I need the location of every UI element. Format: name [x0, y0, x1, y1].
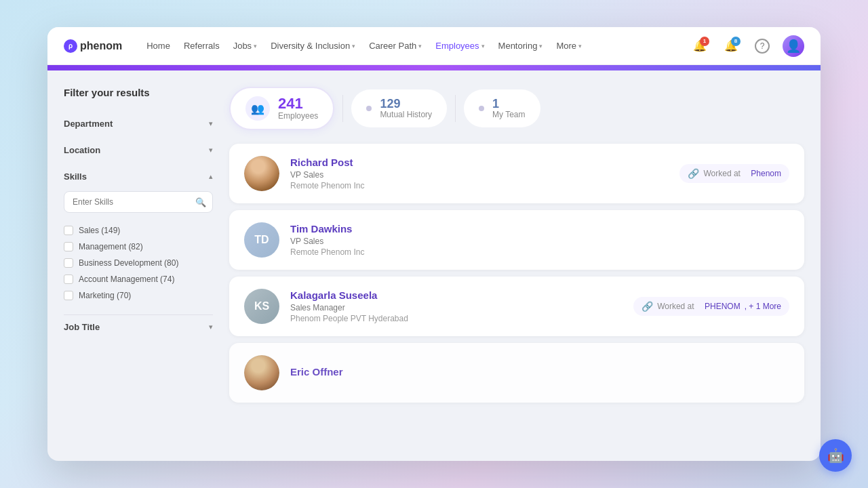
- logo[interactable]: ρ phenom: [64, 39, 122, 53]
- location-chevron: ▾: [209, 146, 213, 155]
- filter-location: Location ▾: [64, 138, 213, 162]
- user-avatar[interactable]: 👤: [783, 35, 804, 57]
- eric-avatar: [244, 355, 279, 390]
- nav-mentoring[interactable]: Mentoring ▾: [498, 41, 543, 51]
- sidebar: Filter your results Department ▾ Locatio…: [64, 87, 213, 445]
- purple-banner: [47, 65, 821, 70]
- more-chevron: ▾: [578, 43, 582, 49]
- link-icon-2: 🔗: [642, 301, 653, 312]
- richard-info: Richard Post VP Sales Remote Phenom Inc: [290, 157, 669, 190]
- skill-account-mgmt[interactable]: Account Management (74): [64, 271, 213, 287]
- nav-home[interactable]: Home: [146, 41, 170, 51]
- mutual-history-dot: [366, 106, 372, 111]
- alert-notification-button[interactable]: 🔔 8: [720, 35, 742, 57]
- filter-skills: Skills ▴ 🔍 Sales (149) Management (82): [64, 165, 213, 304]
- department-label: Department: [64, 119, 113, 129]
- job-title-chevron: ▾: [209, 323, 213, 331]
- skills-header[interactable]: Skills ▴: [64, 165, 213, 188]
- richard-badge: 🔗 Worked at Phenom: [679, 164, 789, 183]
- employee-card-kalagarla[interactable]: KS Kalagarla Suseela Sales Manager Pheno…: [229, 277, 804, 336]
- skill-marketing-label: Marketing (70): [79, 291, 131, 300]
- alert-badge: 8: [731, 37, 741, 46]
- skill-marketing-checkbox[interactable]: [64, 291, 73, 300]
- kalagarla-badge: 🔗 Worked at PHENOM, + 1 More: [633, 297, 789, 316]
- kalagarla-title: Sales Manager: [290, 303, 623, 312]
- kalagarla-initials: KS: [254, 300, 269, 312]
- richard-photo: [244, 156, 279, 191]
- tim-initials: TD: [254, 234, 269, 246]
- bell-badge: 1: [700, 37, 709, 46]
- employees-tab-info: 241 Employees: [278, 96, 318, 121]
- nav-career[interactable]: Career Path ▾: [369, 41, 422, 51]
- mutual-history-label: Mutual History: [380, 110, 432, 119]
- employees-tab-icon: 👥: [245, 96, 270, 121]
- employees-label: Employees: [278, 111, 318, 121]
- mutual-history-count: 129: [380, 98, 432, 110]
- my-team-dot: [479, 106, 484, 111]
- richard-badge-prefix: Worked at: [703, 169, 740, 178]
- avatar-icon: 👤: [786, 39, 801, 54]
- kalagarla-location: Phenom People PVT Hyderabad: [290, 314, 623, 323]
- main-content: Filter your results Department ▾ Locatio…: [47, 70, 821, 461]
- skill-account-mgmt-checkbox[interactable]: [64, 274, 73, 284]
- employees-count: 241: [278, 96, 318, 111]
- kalagarla-avatar: KS: [244, 289, 279, 324]
- nav-referrals[interactable]: Referrals: [184, 41, 220, 51]
- filter-title: Filter your results: [64, 87, 213, 98]
- tab-employees[interactable]: 👥 241 Employees: [229, 87, 334, 130]
- location-header[interactable]: Location ▾: [64, 138, 213, 162]
- kalagarla-more[interactable]: , + 1 More: [745, 302, 781, 311]
- skill-management[interactable]: Management (82): [64, 239, 213, 255]
- employee-card-richard[interactable]: Richard Post VP Sales Remote Phenom Inc …: [229, 144, 804, 203]
- filter-department: Department ▾: [64, 112, 213, 136]
- skills-chevron: ▴: [209, 172, 213, 181]
- nav-more[interactable]: More ▾: [556, 41, 582, 51]
- skill-marketing[interactable]: Marketing (70): [64, 287, 213, 304]
- tab-divider-1: [342, 95, 343, 122]
- department-chevron: ▾: [209, 119, 213, 128]
- richard-name[interactable]: Richard Post: [290, 157, 669, 168]
- bell-notification-button[interactable]: 🔔 1: [689, 35, 711, 57]
- tab-mutual-history[interactable]: 129 Mutual History: [351, 89, 447, 127]
- tim-info: Tim Dawkins VP Sales Remote Phenom Inc: [290, 223, 789, 257]
- skill-sales-checkbox[interactable]: [64, 226, 73, 235]
- help-icon: ?: [755, 39, 770, 54]
- skill-management-checkbox[interactable]: [64, 242, 73, 251]
- nav-jobs[interactable]: Jobs ▾: [233, 41, 257, 51]
- skill-business-dev[interactable]: Business Development (80): [64, 255, 213, 271]
- navbar: ρ phenom Home Referrals Jobs ▾ Diversity…: [47, 27, 821, 65]
- skill-sales[interactable]: Sales (149): [64, 222, 213, 239]
- jobs-chevron: ▾: [254, 43, 257, 49]
- kalagarla-badge-prefix: Worked at: [657, 302, 694, 311]
- my-team-label: My Team: [492, 110, 525, 119]
- logo-text: phenom: [80, 40, 122, 52]
- right-content: 👥 241 Employees 129 Mutual History: [229, 87, 804, 445]
- skill-business-dev-label: Business Development (80): [79, 258, 178, 268]
- tabs-row: 👥 241 Employees 129 Mutual History: [229, 87, 804, 130]
- skills-input[interactable]: [64, 191, 213, 213]
- chatbot-button[interactable]: 🤖: [819, 439, 852, 472]
- mentoring-chevron: ▾: [539, 43, 542, 49]
- nav-links: Home Referrals Jobs ▾ Diversity & Inclus…: [146, 41, 670, 51]
- job-title-label: Job Title: [64, 322, 100, 332]
- job-title-header[interactable]: Job Title ▾: [64, 314, 213, 339]
- department-header[interactable]: Department ▾: [64, 112, 213, 136]
- eric-name[interactable]: Eric Offner: [290, 366, 789, 378]
- tim-name[interactable]: Tim Dawkins: [290, 223, 789, 235]
- kalagarla-name[interactable]: Kalagarla Suseela: [290, 289, 623, 301]
- skill-account-mgmt-label: Account Management (74): [79, 274, 174, 284]
- logo-icon: ρ: [64, 39, 77, 53]
- skills-label: Skills: [64, 171, 87, 182]
- skill-business-dev-checkbox[interactable]: [64, 258, 73, 268]
- tim-title: VP Sales: [290, 237, 789, 246]
- nav-diversity[interactable]: Diversity & Inclusion ▾: [271, 41, 355, 51]
- richard-location: Remote Phenom Inc: [290, 181, 669, 190]
- employee-card-tim[interactable]: TD Tim Dawkins VP Sales Remote Phenom In…: [229, 210, 804, 270]
- tab-my-team[interactable]: 1 My Team: [464, 89, 540, 127]
- employee-card-eric[interactable]: Eric Offner: [229, 343, 804, 403]
- kalagarla-info: Kalagarla Suseela Sales Manager Phenom P…: [290, 289, 623, 323]
- nav-employees[interactable]: Employees ▾: [435, 41, 484, 51]
- help-button[interactable]: ?: [751, 35, 773, 57]
- richard-avatar: [244, 156, 279, 191]
- richard-title: VP Sales: [290, 170, 669, 180]
